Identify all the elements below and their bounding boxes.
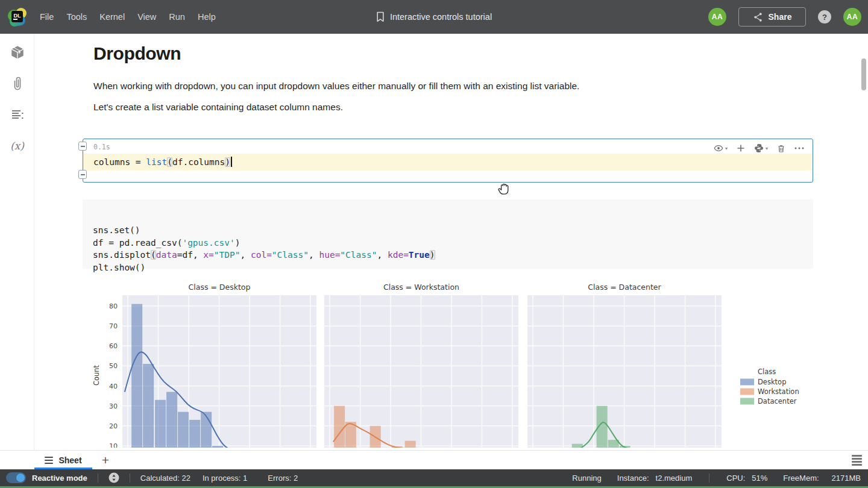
svg-text:Count: Count <box>92 364 101 386</box>
help-button[interactable]: ? <box>818 10 831 23</box>
avatar[interactable]: AA <box>708 8 726 26</box>
kernel-status: Running <box>572 474 601 483</box>
menu-run[interactable]: Run <box>169 12 185 22</box>
execution-time: 0.1s <box>93 143 110 151</box>
svg-text:Class: Class <box>758 368 776 376</box>
freemem-label: FreeMem: <box>783 474 819 483</box>
code-editor-line[interactable]: columns = list(df.columns) <box>83 154 813 170</box>
svg-text:10: 10 <box>109 442 118 448</box>
paragraph: Let's create a list variable containing … <box>93 102 343 113</box>
sheet-tab-label: Sheet <box>58 455 81 465</box>
svg-text:40: 40 <box>109 383 118 390</box>
sidebar-item-variables[interactable]: (x) <box>0 140 34 152</box>
chevron-down-icon: ▾ <box>766 146 768 151</box>
code-cell-selected[interactable]: 0.1s columns = list(df.columns) ▾ ▾ <box>83 139 813 183</box>
svg-text:80: 80 <box>109 302 118 310</box>
notebook-title[interactable]: Interactive controls tutorial <box>390 12 492 22</box>
variables-icon: (x) <box>10 140 24 152</box>
cell-collapse-handle-bottom[interactable] <box>78 170 87 179</box>
hand-grab-cursor <box>495 180 512 198</box>
toggle-knob <box>16 474 25 482</box>
share-button[interactable]: Share <box>738 7 806 27</box>
svg-text:Desktop: Desktop <box>758 378 786 386</box>
more-actions-button[interactable] <box>794 147 804 149</box>
code-cell[interactable]: sns.set()df = pd.read_csv('gpus.csv')sns… <box>83 199 813 269</box>
errors-count: Errors: 2 <box>268 474 298 483</box>
datalore-logo[interactable]: DL <box>8 8 27 26</box>
status-bar: Reactive mode Calculated: 22 In process:… <box>0 469 868 486</box>
status-separator <box>130 474 130 483</box>
status-left-group: Reactive mode Calculated: 22 In process:… <box>6 472 310 483</box>
freemem-value: 2171MB <box>832 474 861 483</box>
status-separator <box>709 474 709 483</box>
svg-text:30: 30 <box>109 402 118 410</box>
top-header: DL File Tools Kernel View Run Help Inter… <box>0 0 868 34</box>
sheet-list-icon[interactable] <box>852 455 862 466</box>
sidebar-item-attachments[interactable] <box>0 75 34 92</box>
free-memory: FreeMem: 2171MB <box>783 474 861 483</box>
code-line[interactable]: df = pd.read_csv('gpus.csv') <box>93 237 813 249</box>
menu-file[interactable]: File <box>40 12 54 22</box>
code-line[interactable]: sns.set() <box>93 224 813 237</box>
cell-toolbar: ▾ ▾ <box>714 143 804 153</box>
cell-collapse-handle-top[interactable] <box>78 142 87 151</box>
avatar[interactable]: AA <box>843 8 861 26</box>
paperclip-icon <box>11 75 24 92</box>
svg-text:Workstation: Workstation <box>758 387 799 396</box>
bookmark-icon <box>376 11 385 22</box>
cpu-usage: CPU: 51% <box>726 474 767 483</box>
in-process-count: In process: 1 <box>203 474 247 483</box>
delete-cell-button[interactable] <box>777 144 785 153</box>
menu-kernel[interactable]: Kernel <box>99 12 125 22</box>
menu-tools[interactable]: Tools <box>66 12 87 22</box>
sync-icon[interactable] <box>108 472 119 483</box>
code-line[interactable]: plt.show() <box>93 261 813 274</box>
svg-text:Class = Datacenter: Class = Datacenter <box>588 283 661 292</box>
status-separator <box>98 474 98 483</box>
instance-value: t2.medium <box>656 474 693 483</box>
status-right-group: Running Instance: t2.medium CPU: 51% Fre… <box>572 474 861 483</box>
cell-type-button[interactable]: ▾ <box>754 143 768 153</box>
header-right-group: AA Share ? AA <box>708 0 861 34</box>
paragraph: When working with dropdown, you can inpu… <box>93 81 579 92</box>
share-icon <box>753 12 763 22</box>
page-title: Dropdown <box>93 43 181 64</box>
calculated-count: Calculated: 22 <box>140 474 190 483</box>
python-icon <box>754 143 764 153</box>
sidebar-item-table-of-contents[interactable] <box>0 108 34 122</box>
tab-sheet[interactable]: Sheet <box>34 451 92 469</box>
menu-help[interactable]: Help <box>198 12 216 22</box>
cell-visibility-button[interactable]: ▾ <box>714 143 728 153</box>
reactive-mode-toggle[interactable] <box>6 472 26 483</box>
plus-icon <box>737 144 745 152</box>
menu-bar: File Tools Kernel View Run Help <box>40 0 216 34</box>
trash-icon <box>777 144 785 153</box>
svg-text:Class = Desktop: Class = Desktop <box>189 283 251 292</box>
chevron-down-icon: ▾ <box>725 146 728 151</box>
package-icon <box>10 45 25 60</box>
sheet-tab-bar: Sheet + <box>0 450 868 469</box>
vertical-scrollbar-thumb[interactable] <box>861 58 866 90</box>
svg-text:Datacenter: Datacenter <box>758 397 797 405</box>
add-cell-button[interactable] <box>737 144 745 152</box>
add-sheet-button[interactable]: + <box>98 451 113 469</box>
eye-icon <box>714 143 723 153</box>
instance-info: Instance: t2.medium <box>617 474 692 483</box>
code-line[interactable]: sns.displot(data=df, x="TDP", col="Class… <box>93 249 813 261</box>
logo-dl-box: DL <box>11 11 23 22</box>
left-sidebar: (x) <box>0 34 34 450</box>
logo-text: DL <box>14 13 21 19</box>
sidebar-item-notebooks[interactable] <box>0 45 34 60</box>
share-label: Share <box>769 12 792 22</box>
code-editor[interactable]: sns.set()df = pd.read_csv('gpus.csv')sns… <box>93 224 813 274</box>
cpu-label: CPU: <box>726 474 745 483</box>
outline-list-icon <box>10 108 25 122</box>
displot-output-figure: Class = DesktopClass = WorkstationClass … <box>90 280 820 448</box>
cpu-value: 51% <box>752 474 767 483</box>
menu-view[interactable]: View <box>137 12 156 22</box>
sheet-menu-icon <box>45 457 53 464</box>
svg-text:50: 50 <box>109 362 118 370</box>
instance-label: Instance: <box>617 474 649 483</box>
svg-text:60: 60 <box>109 342 118 350</box>
ellipsis-icon <box>794 147 804 149</box>
